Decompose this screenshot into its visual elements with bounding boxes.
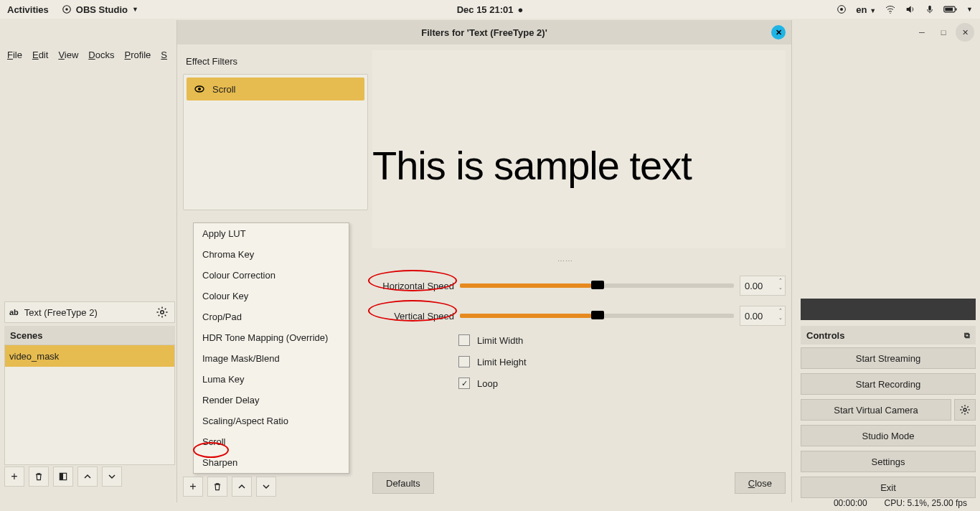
menu-scroll[interactable]: Scroll — [194, 431, 349, 452]
menu-luma-key[interactable]: Luma Key — [194, 369, 349, 390]
start-recording-button[interactable]: Start Recording — [801, 373, 976, 395]
dialog-title: Filters for 'Text (FreeType 2)' — [421, 27, 547, 38]
menu-file[interactable]: File — [7, 50, 22, 60]
svg-point-4 — [890, 13, 890, 14]
limit-height-label: Limit Height — [477, 357, 527, 367]
source-properties-button[interactable] — [154, 304, 170, 320]
popout-icon[interactable]: ⧉ — [964, 331, 970, 340]
menu-scene-collection[interactable]: S — [161, 50, 167, 60]
gnome-topbar: Activities OBS Studio ▼ Dec 15 21:01 ● e… — [0, 0, 980, 19]
svg-point-1 — [65, 8, 68, 11]
horizontal-speed-label: Horizontal Speed — [372, 281, 454, 291]
obs-tray-icon[interactable] — [836, 4, 847, 15]
svg-point-12 — [963, 408, 966, 411]
move-scene-up-button[interactable] — [77, 467, 98, 487]
dialog-titlebar: Filters for 'Text (FreeType 2)' ✕ — [177, 20, 791, 44]
start-virtual-camera-button[interactable]: Start Virtual Camera — [801, 399, 951, 421]
menu-docks[interactable]: Docks — [88, 50, 114, 60]
start-streaming-button[interactable]: Start Streaming — [801, 347, 976, 369]
filter-preview: This is sample text — [372, 50, 786, 248]
add-filter-button[interactable]: + — [183, 477, 203, 497]
svg-point-9 — [161, 311, 164, 314]
dialog-close-button[interactable]: ✕ — [771, 25, 786, 39]
limit-width-checkbox[interactable] — [458, 334, 470, 346]
vertical-speed-slider[interactable] — [460, 314, 734, 318]
limit-height-checkbox[interactable] — [458, 356, 470, 367]
controls-panel: Start Streaming Start Recording Start Vi… — [801, 347, 976, 498]
svg-point-14 — [198, 88, 201, 90]
filter-list: Scroll — [183, 74, 368, 210]
add-filter-context-menu: Apply LUT Chroma Key Colour Correction C… — [193, 222, 349, 474]
filters-toolbar: + — [183, 477, 276, 497]
menu-scaling-aspect-ratio[interactable]: Scaling/Aspect Ratio — [194, 411, 349, 431]
text-source-icon: ab — [9, 308, 19, 317]
virtual-camera-settings-button[interactable] — [954, 399, 976, 421]
resize-grip[interactable]: ⋯⋯ — [557, 257, 573, 265]
remove-scene-button[interactable] — [29, 467, 49, 487]
volume-icon[interactable] — [905, 4, 916, 15]
menu-image-mask-blend[interactable]: Image Mask/Blend — [194, 348, 349, 369]
move-filter-down-button[interactable] — [256, 477, 276, 497]
maximize-button[interactable]: □ — [934, 23, 953, 42]
source-name: Text (FreeType 2) — [24, 307, 98, 318]
menu-colour-correction[interactable]: Colour Correction — [194, 265, 349, 286]
status-time: 00:00:00 — [834, 498, 867, 508]
controls-header: Controls ⧉ — [801, 326, 976, 344]
svg-rect-5 — [928, 6, 931, 11]
menu-chroma-key[interactable]: Chroma Key — [194, 244, 349, 265]
loop-row: ✓ Loop — [458, 378, 498, 389]
wifi-icon[interactable] — [885, 4, 896, 15]
svg-point-3 — [840, 8, 843, 11]
source-item[interactable]: ab Text (FreeType 2) — [4, 301, 175, 323]
add-scene-button[interactable]: + — [4, 467, 24, 487]
horizontal-speed-slider[interactable] — [460, 283, 734, 288]
svg-rect-11 — [60, 473, 63, 479]
scene-toolbar: + — [4, 465, 175, 488]
close-dialog-button[interactable]: Close — [735, 472, 786, 494]
filter-name: Scroll — [212, 84, 236, 95]
loop-label: Loop — [477, 378, 498, 389]
preview-text: This is sample text — [372, 142, 692, 189]
activities-button[interactable]: Activities — [7, 4, 49, 15]
menu-view[interactable]: View — [58, 50, 78, 60]
svg-rect-7 — [945, 8, 953, 11]
mic-icon[interactable] — [925, 4, 935, 14]
app-menu[interactable]: OBS Studio ▼ — [62, 4, 138, 15]
menu-apply-lut[interactable]: Apply LUT — [194, 223, 349, 244]
move-filter-up-button[interactable] — [232, 477, 252, 497]
studio-mode-button[interactable]: Studio Mode — [801, 425, 976, 446]
defaults-button[interactable]: Defaults — [372, 472, 434, 494]
menu-edit[interactable]: Edit — [32, 50, 48, 60]
audio-mixer-strip — [801, 299, 976, 320]
scene-item[interactable]: video_mask — [5, 345, 174, 367]
menu-profile[interactable]: Profile — [124, 50, 151, 60]
battery-icon[interactable] — [943, 4, 958, 14]
move-scene-down-button[interactable] — [102, 467, 122, 487]
lang-indicator[interactable]: en ▼ — [856, 4, 876, 15]
clock[interactable]: Dec 15 21:01 ● — [457, 4, 524, 15]
scene-filters-button[interactable] — [53, 467, 73, 487]
scenes-list: video_mask — [4, 344, 175, 465]
menu-hdr-tone-mapping[interactable]: HDR Tone Mapping (Override) — [194, 327, 349, 348]
vertical-speed-row: Vertical Speed 0.00 ⌃⌄ — [372, 306, 786, 326]
horizontal-speed-row: Horizontal Speed 0.00 ⌃⌄ — [372, 276, 786, 296]
settings-button[interactable]: Settings — [801, 451, 976, 472]
remove-filter-button[interactable] — [207, 477, 227, 497]
limit-height-row: Limit Height — [458, 356, 527, 367]
menu-sharpen[interactable]: Sharpen — [194, 452, 349, 473]
menu-colour-key[interactable]: Colour Key — [194, 286, 349, 306]
scenes-header: Scenes — [4, 326, 175, 344]
visibility-icon[interactable] — [194, 83, 205, 95]
status-cpu: CPU: 5.1%, 25.00 fps — [885, 498, 967, 508]
horizontal-speed-spinbox[interactable]: 0.00 ⌃⌄ — [740, 276, 786, 296]
minimize-button[interactable]: ─ — [913, 23, 931, 42]
vertical-speed-label: Vertical Speed — [372, 311, 454, 322]
vertical-speed-spinbox[interactable]: 0.00 ⌃⌄ — [740, 306, 786, 326]
filter-item-scroll[interactable]: Scroll — [187, 78, 364, 100]
limit-width-label: Limit Width — [477, 335, 523, 346]
menu-render-delay[interactable]: Render Delay — [194, 390, 349, 411]
close-button[interactable]: ✕ — [956, 23, 974, 42]
loop-checkbox[interactable]: ✓ — [458, 378, 470, 389]
menu-crop-pad[interactable]: Crop/Pad — [194, 306, 349, 327]
svg-rect-8 — [956, 8, 957, 10]
